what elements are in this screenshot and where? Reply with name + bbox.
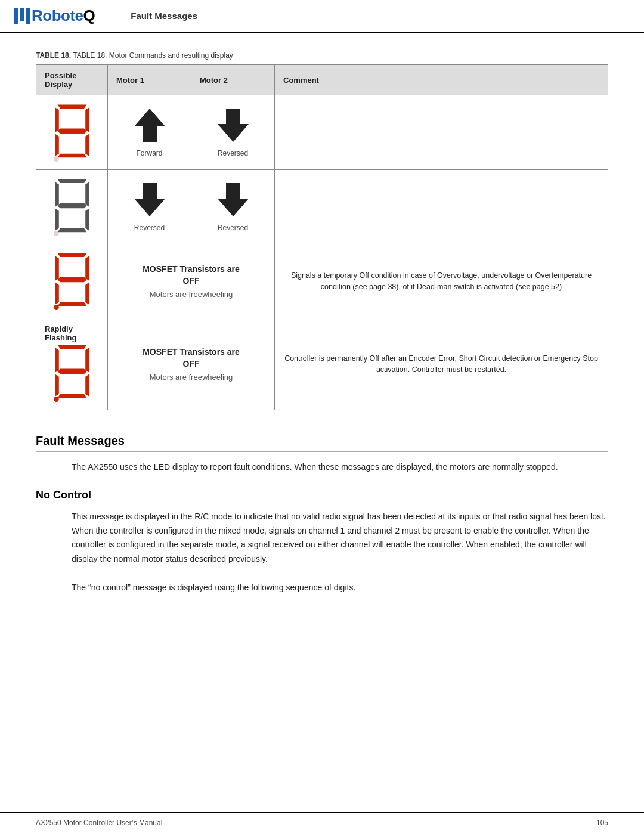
fault-messages-title: Fault Messages — [36, 434, 608, 452]
svg-marker-10 — [57, 179, 86, 183]
arrow-down-container-2: Reversed — [116, 176, 182, 238]
comment-cell-3: Signals a temporary Off condition in cas… — [275, 244, 608, 318]
col-header-motor1: Motor 1 — [108, 65, 191, 95]
segment-display-1 — [51, 102, 94, 162]
motor1-cell-2: Reversed — [108, 170, 191, 244]
arrow-down-container-3: Reversed — [200, 176, 266, 238]
footer-right: 105 — [596, 819, 608, 827]
svg-marker-2 — [85, 107, 89, 132]
display-cell-1 — [36, 95, 108, 170]
arrow-down-icon-3 — [216, 182, 250, 218]
svg-marker-3 — [57, 128, 86, 134]
table-caption: TABLE 18. TABLE 18. Motor Commands and r… — [36, 51, 608, 60]
svg-marker-16 — [57, 228, 86, 232]
svg-marker-6 — [57, 153, 86, 157]
comment-cell-1 — [275, 95, 608, 170]
svg-marker-0 — [57, 104, 86, 109]
svg-marker-26 — [57, 302, 86, 306]
svg-marker-20 — [57, 253, 86, 257]
svg-marker-1 — [55, 107, 59, 132]
arrow-down-icon — [216, 107, 250, 143]
motor-commands-table: Possible Display Motor 1 Motor 2 Comment — [36, 64, 608, 410]
svg-marker-8 — [134, 109, 165, 142]
main-content: TABLE 18. TABLE 18. Motor Commands and r… — [0, 33, 644, 645]
svg-marker-5 — [85, 134, 89, 156]
svg-marker-14 — [55, 208, 59, 231]
svg-marker-21 — [55, 256, 59, 281]
svg-marker-31 — [57, 368, 86, 374]
segment-display-4 — [51, 342, 94, 402]
svg-marker-11 — [55, 181, 59, 206]
svg-marker-25 — [85, 282, 89, 305]
logo-bar-1 — [14, 8, 18, 24]
no-control-title: No Control — [36, 489, 608, 501]
arrow-up-icon — [133, 107, 166, 143]
svg-marker-28 — [57, 345, 86, 349]
segment-display-3 — [51, 250, 94, 310]
arrow-up-container: Forward — [116, 101, 182, 163]
logo-bar-3 — [26, 8, 30, 24]
segment-display-2 — [51, 176, 94, 236]
no-control-body1: This message is displayed in the R/C mod… — [36, 510, 608, 595]
svg-marker-4 — [55, 134, 59, 156]
svg-marker-18 — [134, 183, 165, 216]
page-footer: AX2550 Motor Controller User’s Manual 10… — [0, 812, 644, 833]
fault-messages-body: The AX2550 uses the LED display to repor… — [36, 460, 608, 475]
display-cell-3 — [36, 244, 108, 318]
svg-marker-19 — [218, 183, 249, 216]
svg-marker-34 — [57, 394, 86, 398]
motor2-label-2: Reversed — [218, 224, 248, 232]
motor1-cell-1: Forward — [108, 95, 191, 170]
display-cell-2 — [36, 170, 108, 244]
mosfet-sub-2: Motors are freewheeling — [121, 373, 261, 382]
page-header: RoboteQ Fault Messages — [0, 0, 644, 33]
svg-marker-9 — [218, 109, 249, 142]
arrow-down-container: Reversed — [200, 101, 266, 163]
col-header-motor2: Motor 2 — [191, 65, 275, 95]
arrow-down-icon-2 — [133, 182, 166, 218]
mosfet-label-1: MOSFET Transistors areOFF — [121, 264, 261, 287]
svg-marker-33 — [85, 374, 89, 397]
svg-point-7 — [53, 156, 58, 162]
svg-point-27 — [53, 305, 58, 310]
motor2-label-1: Reversed — [218, 149, 248, 157]
motor1-label-2: Reversed — [134, 224, 165, 232]
col-header-display: Possible Display — [36, 65, 108, 95]
table-row: Reversed Reversed — [36, 170, 608, 244]
svg-point-35 — [53, 397, 58, 402]
svg-marker-15 — [85, 208, 89, 231]
svg-marker-30 — [85, 348, 89, 373]
svg-marker-32 — [55, 374, 59, 397]
logo: RoboteQ — [14, 7, 95, 25]
mosfet-sub-1: Motors are freewheeling — [121, 290, 261, 299]
motor1-label-1: Forward — [136, 149, 162, 157]
comment-cell-4: Controller is permanently Off after an E… — [275, 318, 608, 410]
svg-marker-23 — [57, 277, 86, 282]
motor2-cell-2: Reversed — [191, 170, 275, 244]
motor2-cell-1: Reversed — [191, 95, 275, 170]
svg-marker-12 — [85, 181, 89, 206]
table-row: Forward Reversed — [36, 95, 608, 170]
logo-text: RoboteQ — [32, 7, 95, 25]
logo-bars — [14, 8, 30, 24]
col-header-comment: Comment — [275, 65, 608, 95]
svg-point-17 — [53, 231, 58, 236]
table-row: MOSFET Transistors areOFF Motors are fre… — [36, 244, 608, 318]
mosfet-cell-2: MOSFET Transistors areOFF Motors are fre… — [108, 318, 275, 410]
mosfet-label-2: MOSFET Transistors areOFF — [121, 346, 261, 370]
svg-marker-22 — [85, 256, 89, 281]
mosfet-cell-1: MOSFET Transistors areOFF Motors are fre… — [108, 244, 275, 318]
display-cell-4: Rapidly Flashing — [36, 318, 108, 410]
header-section-label: Fault Messages — [131, 11, 197, 21]
table-row: Rapidly Flashing MOSFE — [36, 318, 608, 410]
svg-marker-29 — [55, 348, 59, 373]
logo-bar-2 — [20, 8, 24, 21]
footer-left: AX2550 Motor Controller User’s Manual — [36, 819, 162, 827]
rapidly-flashing-label: Rapidly Flashing — [45, 324, 99, 342]
comment-cell-2 — [275, 170, 608, 244]
svg-marker-24 — [55, 282, 59, 305]
svg-marker-13 — [57, 203, 86, 208]
